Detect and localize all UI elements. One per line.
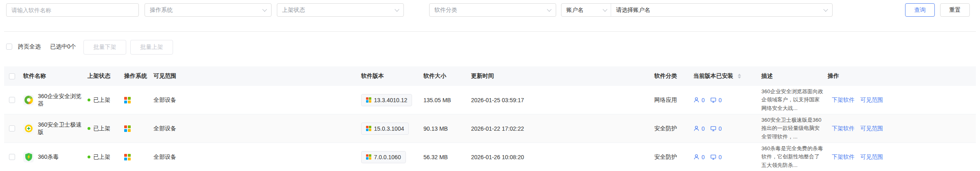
installed-user-count: 0 (702, 125, 705, 132)
visible-scope-link[interactable]: 可见范围 (860, 96, 883, 104)
windows-icon (366, 154, 371, 160)
select-all-pages-label: 跨页全选 (18, 43, 41, 50)
size-text: 90.13 MB (423, 125, 448, 132)
status-text: 已上架 (93, 96, 110, 104)
header-os: 操作系统 (120, 72, 149, 80)
user-icon (693, 125, 699, 132)
description-text: 360安全卫士极速版是360推出的一款轻量级电脑安全管理软件，... (761, 116, 824, 140)
user-icon (693, 97, 699, 103)
user-icon (693, 154, 699, 160)
software-name: 360企业安全浏览器 (38, 93, 83, 107)
batch-online-button[interactable]: 批量上架 (130, 40, 173, 55)
select-all-pages-checkbox[interactable] (6, 44, 12, 50)
row-checkbox[interactable] (9, 154, 15, 160)
installed-user-count: 0 (702, 154, 705, 160)
installed-counts[interactable]: 0 0 (689, 97, 757, 103)
offline-software-link[interactable]: 下架软件 (832, 125, 855, 132)
header-version: 软件版本 (357, 72, 419, 80)
software-table: 软件名称 上架状态 操作系统 可见范围 软件版本 软件大小 更新时间 软件分类 … (4, 66, 976, 171)
status-dot-icon (88, 99, 90, 101)
updated-text: 2026-01-26 10:08:20 (471, 154, 524, 160)
windows-icon (124, 154, 131, 160)
version-text: 7.0.0.1060 (374, 154, 401, 160)
visible-scope-link[interactable]: 可见范围 (860, 153, 883, 161)
windows-icon (124, 125, 131, 132)
header-listing-status: 上架状态 (83, 72, 120, 80)
updated-text: 2026-01-22 17:02:22 (471, 125, 524, 132)
size-text: 135.05 MB (423, 97, 451, 103)
software-name: 360杀毒 (38, 153, 59, 161)
windows-icon (366, 97, 371, 103)
installed-counts[interactable]: 0 0 (689, 125, 757, 132)
category-text: 网络应用 (654, 96, 677, 104)
description-text: 360企业安全浏览器面向政企领域客户，以支持国家网络安全大战... (761, 88, 824, 112)
version-badge: 13.3.4010.12 (361, 94, 412, 106)
header-actions: 操作 (824, 72, 976, 80)
version-text: 13.3.4010.12 (374, 97, 408, 103)
table-row: 360企业安全浏览器 已上架 全部设备 13.3.4010.12 135.05 … (4, 86, 976, 114)
sort-icon[interactable] (738, 74, 741, 79)
category-text: 安全防护 (654, 125, 677, 132)
header-updated: 更新时间 (467, 72, 650, 80)
header-category: 软件分类 (650, 72, 689, 80)
size-text: 56.32 MB (423, 154, 448, 160)
windows-icon (124, 97, 131, 103)
version-text: 15.0.3.1004 (374, 125, 404, 132)
windows-icon (366, 126, 371, 131)
offline-software-link[interactable]: 下架软件 (832, 96, 855, 104)
table-header-row: 软件名称 上架状态 操作系统 可见范围 软件版本 软件大小 更新时间 软件分类 … (4, 66, 976, 86)
version-badge: 7.0.0.1060 (361, 151, 406, 163)
360-browser-logo-icon (23, 95, 34, 105)
row-checkbox[interactable] (9, 125, 15, 132)
visible-scope: 全部设备 (153, 96, 176, 104)
batch-offline-button[interactable]: 批量下架 (83, 40, 126, 55)
row-checkbox[interactable] (9, 97, 15, 103)
status-text: 已上架 (93, 125, 110, 132)
installed-user-count: 0 (702, 97, 705, 103)
device-icon (710, 125, 717, 132)
header-installed: 当前版本已安装 (689, 72, 757, 80)
status-dot-icon (88, 127, 90, 130)
description-text: 360杀毒是完全免费的杀毒软件，它创新性地整合了五大领先防杀... (761, 145, 824, 169)
visible-scope: 全部设备 (153, 125, 176, 132)
select-all-checkbox[interactable] (9, 73, 15, 79)
offline-software-link[interactable]: 下架软件 (832, 153, 855, 161)
visible-scope-link[interactable]: 可见范围 (860, 125, 883, 132)
360-antivirus-logo-icon (23, 152, 34, 162)
installed-device-count: 0 (719, 97, 722, 103)
device-icon (710, 154, 717, 160)
status-text: 已上架 (93, 153, 110, 161)
table-row: 360安全卫士极速版 已上架 全部设备 15.0.3.1004 90.13 MB… (4, 114, 976, 143)
header-software-name: 软件名称 (19, 72, 83, 80)
visible-scope: 全部设备 (153, 153, 176, 161)
header-visible-scope: 可见范围 (149, 72, 357, 80)
360-safeguard-logo-icon (23, 123, 34, 134)
updated-text: 2026-01-25 03:59:17 (471, 97, 524, 103)
version-badge: 15.0.3.1004 (361, 123, 409, 135)
selected-count: 已选中0个 (50, 43, 76, 50)
header-size: 软件大小 (419, 72, 467, 80)
software-name: 360安全卫士极速版 (38, 121, 83, 136)
header-description: 描述 (757, 72, 824, 80)
status-dot-icon (88, 156, 90, 158)
installed-counts[interactable]: 0 0 (689, 154, 757, 160)
installed-device-count: 0 (719, 125, 722, 132)
installed-device-count: 0 (719, 154, 722, 160)
device-icon (710, 97, 717, 103)
category-text: 安全防护 (654, 153, 677, 161)
batch-action-bar: 跨页全选 已选中0个 批量下架 批量上架 (0, 0, 980, 35)
table-row: 360杀毒 已上架 全部设备 7.0.0.1060 56.32 MB 2026-… (4, 143, 976, 171)
